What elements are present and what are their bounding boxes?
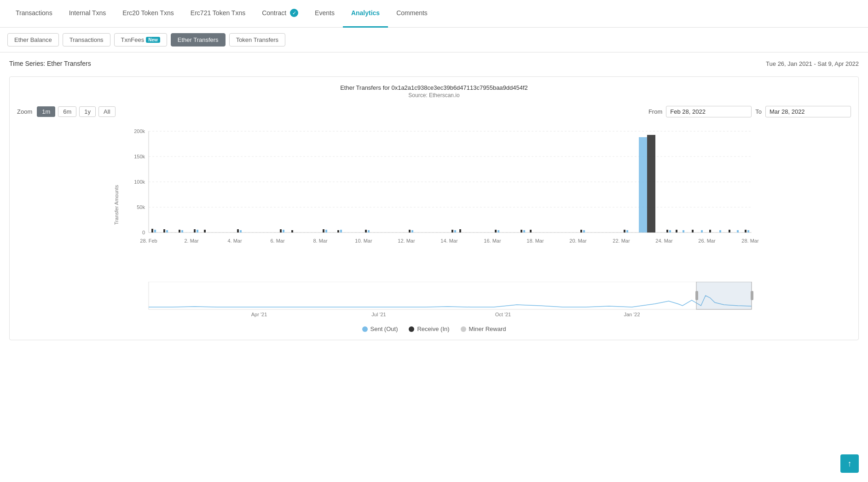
- svg-rect-42: [323, 229, 324, 232]
- svg-text:10. Mar: 10. Mar: [355, 238, 372, 244]
- svg-text:26. Mar: 26. Mar: [698, 238, 716, 244]
- svg-rect-37: [237, 229, 239, 232]
- svg-rect-56: [523, 230, 525, 232]
- svg-rect-57: [530, 230, 532, 232]
- svg-rect-66: [676, 230, 677, 232]
- svg-text:Transfer Amounts: Transfer Amounts: [114, 185, 119, 225]
- zoom-btn-all[interactable]: All: [98, 106, 115, 117]
- legend-dot-receive: [409, 326, 414, 332]
- chart-header: Time Series: Ether Transfers Tue 26, Jan…: [9, 60, 859, 67]
- zoom-btn-6m[interactable]: 6m: [58, 106, 76, 117]
- chart-container: Time Series: Ether Transfers Tue 26, Jan…: [0, 52, 868, 348]
- svg-text:6. Mar: 6. Mar: [270, 238, 285, 244]
- svg-rect-72: [729, 230, 730, 232]
- chart-controls: Zoom 1m 6m 1y All From To: [17, 106, 851, 117]
- svg-text:0: 0: [142, 230, 145, 235]
- svg-text:16. Mar: 16. Mar: [484, 238, 501, 244]
- svg-rect-74: [745, 230, 746, 232]
- svg-text:2. Mar: 2. Mar: [184, 238, 199, 244]
- svg-rect-35: [197, 230, 198, 232]
- svg-rect-68: [692, 230, 694, 232]
- svg-text:Apr '21: Apr '21: [251, 312, 267, 317]
- sub-tab-token-transfers[interactable]: Token Transfers: [229, 33, 286, 46]
- to-label: To: [755, 108, 762, 115]
- zoom-btn-1m[interactable]: 1m: [37, 106, 55, 117]
- svg-rect-76: [149, 282, 752, 309]
- svg-rect-30: [163, 229, 165, 232]
- mini-chart: Apr '21 Jul '21 Oct '21 Jan '22: [17, 282, 851, 320]
- svg-rect-40: [283, 230, 284, 232]
- zoom-btn-1y[interactable]: 1y: [79, 106, 96, 117]
- svg-rect-31: [166, 230, 168, 232]
- nav-item-comments[interactable]: Comments: [388, 0, 436, 28]
- svg-rect-41: [291, 230, 293, 232]
- svg-rect-54: [498, 230, 499, 232]
- svg-text:28. Feb: 28. Feb: [140, 238, 157, 244]
- new-badge: New: [146, 37, 160, 43]
- from-to-group: From To: [648, 106, 851, 117]
- legend-label-receive: Receive (In): [417, 325, 449, 332]
- svg-rect-53: [495, 230, 497, 232]
- svg-rect-69: [701, 230, 703, 232]
- svg-rect-32: [179, 230, 180, 232]
- svg-rect-34: [194, 229, 196, 232]
- svg-rect-45: [340, 230, 342, 232]
- svg-rect-47: [368, 230, 370, 232]
- chart-date-range: Tue 26, Jan 2021 - Sat 9, Apr 2022: [766, 60, 859, 67]
- svg-text:14. Mar: 14. Mar: [440, 238, 458, 244]
- svg-rect-58: [580, 230, 582, 232]
- svg-rect-48: [409, 230, 411, 232]
- legend-label-miner: Miner Reward: [469, 325, 506, 332]
- svg-text:200k: 200k: [134, 128, 145, 134]
- svg-text:50k: 50k: [137, 204, 145, 210]
- svg-rect-33: [181, 230, 183, 232]
- to-date-input[interactable]: [765, 106, 851, 117]
- svg-rect-46: [365, 230, 367, 232]
- zoom-label: Zoom: [17, 108, 32, 115]
- chart-legend: Sent (Out) Receive (In) Miner Reward: [17, 325, 851, 332]
- nav-item-internal-txns[interactable]: Internal Txns: [61, 0, 115, 28]
- from-label: From: [648, 108, 662, 115]
- chart-subtitle: Ether Transfers for 0x1a2a1c938ce3ec39b6…: [17, 84, 851, 91]
- chart-time-series-label: Time Series: Ether Transfers: [9, 60, 91, 67]
- svg-rect-59: [583, 230, 585, 232]
- nav-item-erc721[interactable]: Erc721 Token Txns: [182, 0, 254, 28]
- svg-text:8. Mar: 8. Mar: [313, 238, 328, 244]
- main-chart: 200k 150k 100k 50k 0 Transfer Amounts 28…: [17, 122, 851, 280]
- nav-item-erc20[interactable]: Erc20 Token Txns: [114, 0, 182, 28]
- nav-item-contract[interactable]: Contract ✓: [254, 0, 307, 28]
- svg-text:22. Mar: 22. Mar: [613, 238, 630, 244]
- legend-miner: Miner Reward: [461, 325, 506, 332]
- from-date-input[interactable]: [666, 106, 752, 117]
- chart-source: Source: Etherscan.io: [17, 92, 851, 99]
- svg-rect-71: [719, 230, 721, 232]
- svg-text:Oct '21: Oct '21: [495, 312, 511, 317]
- svg-rect-51: [454, 230, 456, 232]
- svg-rect-50: [451, 230, 453, 232]
- nav-item-transactions[interactable]: Transactions: [7, 0, 61, 28]
- svg-rect-43: [325, 230, 327, 232]
- svg-text:150k: 150k: [134, 154, 145, 159]
- svg-text:100k: 100k: [134, 179, 145, 185]
- svg-rect-77: [696, 282, 752, 309]
- svg-rect-78: [695, 291, 698, 300]
- sub-tab-txn-fees[interactable]: TxnFees New: [114, 33, 167, 46]
- nav-item-events[interactable]: Events: [307, 0, 343, 28]
- contract-verified-icon: ✓: [290, 9, 298, 17]
- sub-tab-transactions[interactable]: Transactions: [63, 33, 110, 46]
- svg-rect-44: [337, 230, 339, 232]
- sub-tab-ether-balance[interactable]: Ether Balance: [7, 33, 59, 46]
- svg-rect-60: [624, 230, 625, 232]
- sub-nav: Ether Balance Transactions TxnFees New E…: [0, 28, 868, 52]
- legend-dot-sent: [362, 326, 368, 332]
- sub-tab-ether-transfers[interactable]: Ether Transfers: [171, 33, 226, 46]
- top-nav: Transactions Internal Txns Erc20 Token T…: [0, 0, 868, 28]
- zoom-group: Zoom 1m 6m 1y All: [17, 106, 116, 117]
- svg-text:20. Mar: 20. Mar: [569, 238, 587, 244]
- chart-box: Ether Transfers for 0x1a2a1c938ce3ec39b6…: [9, 76, 859, 340]
- svg-rect-52: [459, 229, 461, 232]
- svg-text:12. Mar: 12. Mar: [398, 238, 415, 244]
- svg-rect-62: [639, 137, 647, 232]
- svg-rect-49: [411, 230, 413, 232]
- nav-item-analytics[interactable]: Analytics: [343, 0, 388, 28]
